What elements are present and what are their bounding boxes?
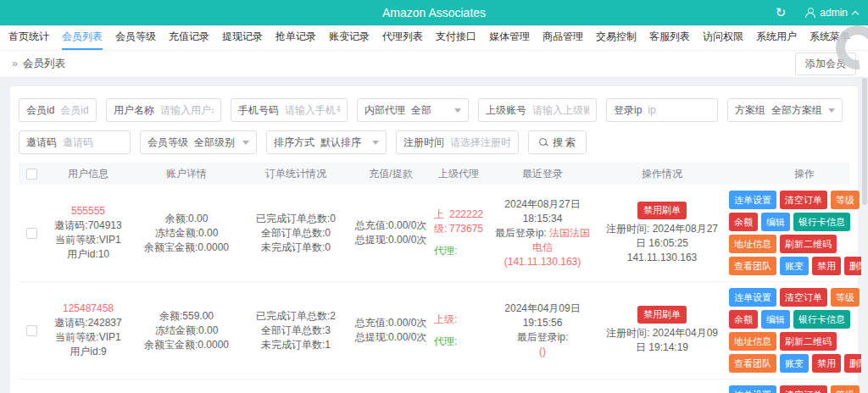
select-all-checkbox[interactable] bbox=[26, 169, 37, 180]
action-button-blue[interactable]: 连单设置 bbox=[729, 288, 776, 307]
last-login-time: 2024年08月27日 18:15:34 bbox=[490, 197, 595, 226]
cell-account: 余额:559.00冻结金额:0.00余额宝金额:0.0000 bbox=[132, 309, 241, 352]
chevron-up-icon bbox=[852, 10, 859, 17]
filter-field[interactable] bbox=[532, 104, 589, 116]
action-button-red[interactable]: 余额 bbox=[729, 213, 758, 231]
nav-tab-8[interactable]: 代理列表 bbox=[382, 25, 423, 50]
filter-field[interactable] bbox=[63, 136, 123, 148]
filter-select: 排序方式默认排序 bbox=[266, 130, 387, 154]
nav-tab-13[interactable]: 客服列表 bbox=[649, 25, 690, 50]
username-link[interactable]: 555555 bbox=[47, 204, 129, 219]
action-button-red[interactable]: 清空订单 bbox=[780, 385, 827, 393]
filter-label: 内部代理 bbox=[364, 103, 405, 118]
refresh-icon[interactable]: ↻ bbox=[776, 5, 787, 20]
cell-checkbox bbox=[19, 228, 44, 239]
search-icon bbox=[539, 138, 548, 147]
nav-tab-2[interactable]: 会员列表 bbox=[62, 25, 103, 50]
cell-op-status: 禁用刷单注册时间: 2024年04月09日 19:14:19 bbox=[598, 306, 726, 355]
parent-line: 上级:222222773675 bbox=[434, 208, 483, 236]
order-line: 未完成订单数:0 bbox=[244, 241, 348, 255]
breadcrumb: »会员列表 bbox=[12, 57, 65, 71]
filter-select-value[interactable]: 全部级别 bbox=[194, 136, 235, 150]
agent-label: 代理: bbox=[434, 244, 457, 258]
nav-tab-4[interactable]: 充值记录 bbox=[169, 25, 209, 50]
nav-tab-15[interactable]: 系统用户 bbox=[756, 25, 797, 50]
action-button-teal[interactable]: 银行卡信息 bbox=[793, 310, 850, 329]
filter-field[interactable] bbox=[648, 104, 710, 116]
table-row: 555555邀请码:704913当前等级:VIP1用户id:10余额:0.00冻… bbox=[19, 185, 849, 282]
parent-line: 上级: bbox=[434, 313, 483, 327]
invite-code: 邀请码:704913 bbox=[47, 219, 129, 233]
username-link[interactable]: 125487458 bbox=[47, 302, 129, 316]
action-button-red[interactable]: 余额 bbox=[729, 310, 758, 329]
action-button-blue[interactable]: 账变 bbox=[780, 354, 809, 373]
breadcrumb-bar: »会员列表 添加会员 bbox=[0, 51, 868, 78]
nav-tab-14[interactable]: 访问权限 bbox=[703, 25, 743, 50]
row-checkbox[interactable] bbox=[26, 325, 37, 336]
action-button-red[interactable]: 刷新二维码 bbox=[780, 332, 837, 351]
action-button-red[interactable]: 禁用 bbox=[812, 354, 841, 373]
action-button-blue[interactable]: 连单设置 bbox=[729, 191, 776, 209]
scrollbar-thumb[interactable] bbox=[862, 78, 867, 205]
filter-label: 邀请码 bbox=[26, 136, 57, 150]
action-button-orange[interactable]: 地址信息 bbox=[729, 332, 776, 351]
cell-agent: 上级:代理: bbox=[431, 313, 487, 349]
user-menu[interactable]: admin bbox=[804, 7, 858, 19]
action-button-red[interactable]: 清空订单 bbox=[780, 288, 827, 307]
action-button-orange[interactable]: 等级 bbox=[831, 191, 860, 209]
action-button-red[interactable]: 刷新二维码 bbox=[780, 235, 837, 253]
register-line: 注册时间: 2024年04月09日 19:14:19 bbox=[602, 326, 722, 355]
filter-field[interactable] bbox=[60, 104, 89, 116]
action-button-orange[interactable]: 查看团队 bbox=[729, 354, 776, 373]
action-button-blue[interactable]: 连单设置 bbox=[729, 385, 776, 393]
cell-user-info: 125487458邀请码:242837当前等级:VIP1用户id:9 bbox=[44, 302, 132, 359]
filter-select-value[interactable]: 全部方案组 bbox=[771, 103, 822, 118]
filter-input: 邀请码 bbox=[19, 130, 131, 154]
cell-agent: 上级:222222773675代理: bbox=[431, 208, 487, 258]
last-ip-label: 最后登录ip: bbox=[495, 227, 547, 239]
filter-label: 方案组 bbox=[735, 103, 765, 118]
nav-tab-9[interactable]: 支付接口 bbox=[436, 25, 476, 50]
nav-tab-11[interactable]: 商品管理 bbox=[542, 25, 583, 50]
nav-tab-5[interactable]: 提现记录 bbox=[222, 25, 263, 50]
action-button-teal[interactable]: 银行卡信息 bbox=[793, 213, 850, 231]
filter-field[interactable] bbox=[160, 104, 214, 116]
nav-tab-10[interactable]: 媒体管理 bbox=[489, 25, 530, 50]
row-checkbox[interactable] bbox=[26, 228, 37, 239]
action-button-blue[interactable]: 编辑 bbox=[761, 213, 790, 231]
filter-field[interactable] bbox=[285, 104, 340, 116]
cell-last-login: 2024年04月09日 19:15:56最后登录ip:() bbox=[487, 302, 598, 359]
action-button-orange[interactable]: 等级 bbox=[831, 288, 860, 307]
parent-label: 上级: bbox=[434, 313, 457, 327]
order-line: 未完成订单数:1 bbox=[244, 338, 348, 352]
action-button-orange[interactable]: 查看团队 bbox=[729, 257, 776, 275]
nav-tab-3[interactable]: 会员等级 bbox=[115, 25, 156, 50]
filter-select-value[interactable]: 默认排序 bbox=[320, 136, 361, 150]
action-button-red[interactable]: 禁用 bbox=[812, 257, 841, 275]
cell-user-info: 555555邀请码:704913当前等级:VIP1用户id:10 bbox=[44, 204, 132, 262]
nav-tab-1[interactable]: 首页统计 bbox=[8, 25, 49, 50]
filter-field[interactable] bbox=[450, 136, 511, 148]
pay-line: 总充值:0.00/0次 bbox=[354, 316, 427, 330]
filter-label: 用户名称 bbox=[114, 103, 154, 118]
nav-tab-12[interactable]: 交易控制 bbox=[596, 25, 637, 50]
account-line: 冻结金额:0.00 bbox=[136, 226, 237, 241]
action-button-orange[interactable]: 等级 bbox=[831, 385, 860, 393]
action-button-orange[interactable]: 地址信息 bbox=[729, 235, 776, 253]
action-button-red[interactable]: 清空订单 bbox=[780, 191, 827, 209]
nav-tab-6[interactable]: 抢单记录 bbox=[275, 25, 316, 50]
register-label: 注册时间: bbox=[606, 327, 653, 339]
filter-label: 会员id bbox=[26, 103, 54, 118]
invite-code: 邀请码:242837 bbox=[47, 316, 129, 330]
pay-line: 总提现:0.00/0次 bbox=[354, 330, 427, 345]
ban-order-button[interactable]: 禁用刷单 bbox=[637, 202, 687, 219]
ban-order-button[interactable]: 禁用刷单 bbox=[637, 306, 687, 324]
scrollbar[interactable] bbox=[861, 78, 868, 393]
action-button-blue[interactable]: 编辑 bbox=[761, 310, 790, 329]
action-button-blue[interactable]: 账变 bbox=[780, 257, 809, 275]
filter-select-value[interactable]: 全部 bbox=[411, 103, 431, 118]
nav-tab-7[interactable]: 账变记录 bbox=[329, 25, 370, 50]
search-button[interactable]: 搜 索 bbox=[528, 130, 587, 154]
col-op-status: 操作情况 bbox=[598, 167, 726, 181]
username-label: admin bbox=[820, 7, 848, 19]
